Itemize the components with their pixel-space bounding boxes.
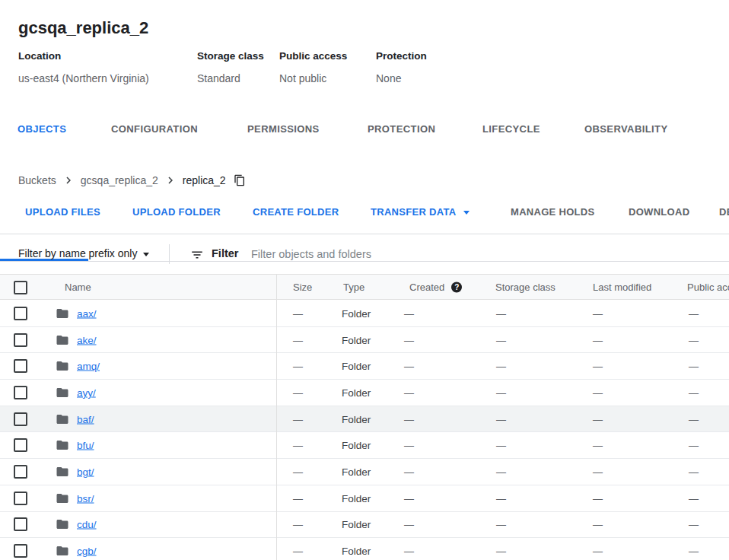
row-checkbox[interactable] <box>14 307 27 320</box>
object-name-link[interactable]: amq/ <box>77 361 100 372</box>
breadcrumb-item-Buckets[interactable]: Buckets <box>18 174 56 186</box>
delete-button[interactable]: DELETE <box>719 206 729 218</box>
object-name-link[interactable]: bsr/ <box>77 492 94 504</box>
cell-storage_class: — <box>496 334 506 345</box>
tab-protection[interactable]: PROTECTION <box>368 123 435 135</box>
object-name-link[interactable]: ayy/ <box>77 387 96 398</box>
cell-public_access: — <box>689 361 699 372</box>
cell-created: — <box>404 519 414 530</box>
cell-last_modified: — <box>593 307 603 319</box>
cell-created: — <box>404 387 414 398</box>
object-name-link[interactable]: aax/ <box>77 307 97 319</box>
object-name-link[interactable]: cgb/ <box>77 546 97 557</box>
column-header-label: Type <box>343 282 364 293</box>
cell-last_modified: — <box>593 466 603 477</box>
object-name-link[interactable]: bfu/ <box>77 440 94 451</box>
meta-label: Public access <box>279 50 347 62</box>
cell-size: — <box>293 413 303 425</box>
cell-last_modified: — <box>593 387 603 398</box>
tab-permissions[interactable]: PERMISSIONS <box>247 123 320 135</box>
folder-icon <box>56 465 69 479</box>
folder-icon <box>56 359 69 373</box>
row-checkbox[interactable] <box>14 438 27 452</box>
cell-type: Folder <box>342 492 371 504</box>
cell-public_access: — <box>689 307 699 319</box>
tab-observability[interactable]: OBSERVABILITY <box>584 123 667 135</box>
column-header-label: Last modified <box>593 282 651 293</box>
row-checkbox[interactable] <box>14 492 27 505</box>
breadcrumb-item-gcsqa_replica_2[interactable]: gcsqa_replica_2 <box>81 174 158 186</box>
breadcrumb-item-replica_2: replica_2 <box>183 174 226 186</box>
table-row: bsr/—Folder———— <box>0 485 729 512</box>
tab-configuration[interactable]: CONFIGURATION <box>111 123 198 135</box>
filter-input[interactable] <box>251 242 719 266</box>
arrow-drop-down-icon <box>143 253 149 256</box>
table-row: cdu/—Folder———— <box>0 512 729 539</box>
filter-bar-divider <box>169 244 170 264</box>
row-checkbox[interactable] <box>14 386 27 399</box>
cell-last_modified: — <box>593 546 603 557</box>
column-header-name: Name <box>65 282 91 293</box>
meta-value: Standard <box>197 72 240 84</box>
bucket-meta-protection: ProtectionNone <box>376 50 427 62</box>
column-header-public_access: Public access <box>687 282 729 293</box>
meta-label: Storage class <box>197 50 264 62</box>
cell-size: — <box>293 361 303 372</box>
manage-holds-button[interactable]: MANAGE HOLDS <box>511 206 595 218</box>
download-button[interactable]: DOWNLOAD <box>629 206 689 218</box>
select-all-checkbox[interactable] <box>14 281 27 294</box>
cell-size: — <box>293 546 303 557</box>
cell-type: Folder <box>342 519 371 530</box>
transfer-data-button[interactable]: TRANSFER DATA <box>371 206 470 218</box>
meta-value: us-east4 (Northern Virginia) <box>18 72 149 84</box>
object-name-link[interactable]: bgt/ <box>77 466 94 477</box>
object-name-link[interactable]: baf/ <box>77 413 94 425</box>
cell-created: — <box>404 492 414 504</box>
column-header-label: Name <box>65 282 91 293</box>
cell-type: Folder <box>342 546 371 557</box>
cell-created: — <box>404 546 414 557</box>
bucket-meta-public-access: Public accessNot public <box>279 50 347 62</box>
table-row: amq/—Folder———— <box>0 353 729 380</box>
table-row: cgb/—Folder———— <box>0 538 729 560</box>
cell-size: — <box>293 440 303 451</box>
cell-public_access: — <box>689 519 699 530</box>
chevron-right-icon <box>164 173 177 187</box>
folder-icon <box>56 412 69 426</box>
row-checkbox[interactable] <box>14 465 27 479</box>
cell-type: Folder <box>342 466 371 477</box>
copy-path-button[interactable] <box>234 174 246 186</box>
help-icon[interactable]: ? <box>451 282 462 292</box>
row-checkbox[interactable] <box>14 517 27 531</box>
table-row: baf/—Folder———— <box>0 406 729 433</box>
row-checkbox[interactable] <box>14 333 27 347</box>
upload-folder-button[interactable]: UPLOAD FOLDER <box>132 206 221 218</box>
tab-lifecycle[interactable]: LIFECYCLE <box>482 123 540 135</box>
row-checkbox[interactable] <box>14 544 27 558</box>
object-name-link[interactable]: ake/ <box>77 334 97 345</box>
cell-public_access: — <box>689 387 699 398</box>
row-checkbox[interactable] <box>14 412 27 426</box>
cell-type: Folder <box>342 387 371 398</box>
cell-last_modified: — <box>593 334 603 345</box>
cell-storage_class: — <box>496 361 506 372</box>
bucket-meta: Locationus-east4 (Northern Virginia)Stor… <box>0 50 729 93</box>
breadcrumb: Bucketsgcsqa_replica_2replica_2 <box>18 170 246 190</box>
row-checkbox[interactable] <box>14 359 27 373</box>
create-folder-button[interactable]: CREATE FOLDER <box>253 206 339 218</box>
folder-icon <box>56 517 69 531</box>
upload-files-button[interactable]: UPLOAD FILES <box>25 206 100 218</box>
cell-created: — <box>404 440 414 451</box>
cell-created: — <box>404 361 414 372</box>
tab-objects[interactable]: OBJECTS <box>18 123 66 135</box>
cell-public_access: — <box>689 546 699 557</box>
filter-scope-label: Filter by name prefix only <box>18 247 137 259</box>
filter-scope-dropdown[interactable]: Filter by name prefix only <box>18 247 149 259</box>
cell-public_access: — <box>689 440 699 451</box>
cell-storage_class: — <box>496 466 506 477</box>
object-name-link[interactable]: cdu/ <box>77 519 97 530</box>
bucket-meta-location: Locationus-east4 (Northern Virginia) <box>18 50 61 62</box>
cell-public_access: — <box>689 492 699 504</box>
cell-size: — <box>293 519 303 530</box>
bucket-meta-storage-class: Storage classStandard <box>197 50 264 62</box>
